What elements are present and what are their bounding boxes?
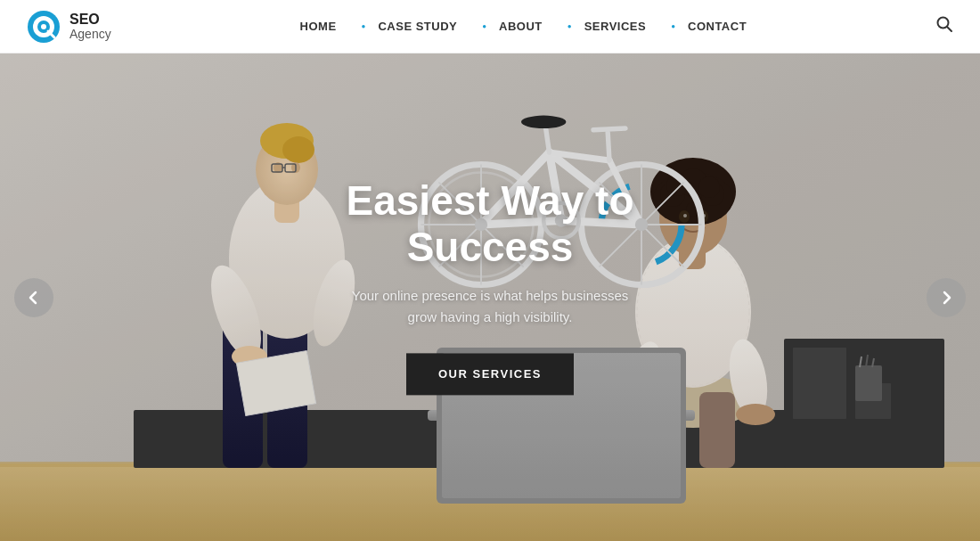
nav-item-case-study[interactable]: CASE STUDY bbox=[365, 20, 470, 33]
logo[interactable]: SEO Agency bbox=[27, 10, 111, 44]
svg-line-6 bbox=[947, 27, 951, 31]
cta-button[interactable]: OUR SERVICES bbox=[406, 354, 574, 396]
chevron-right-icon bbox=[939, 291, 953, 305]
logo-brand-top: SEO bbox=[69, 12, 111, 28]
search-icon[interactable] bbox=[935, 15, 953, 37]
hero-prev-button[interactable] bbox=[14, 278, 53, 317]
nav-item-contact[interactable]: CONTACT bbox=[675, 20, 759, 33]
hero-content: Easiest Way to Success Your online prese… bbox=[303, 177, 677, 396]
chevron-left-icon bbox=[27, 291, 41, 305]
logo-icon bbox=[27, 10, 61, 44]
hero-next-button[interactable] bbox=[927, 278, 966, 317]
logo-brand-bottom: Agency bbox=[69, 28, 111, 41]
nav-item-services[interactable]: SERVICES bbox=[572, 20, 659, 33]
nav-item-home[interactable]: HOME bbox=[288, 20, 349, 33]
hero-title: Easiest Way to Success bbox=[303, 177, 677, 272]
hero-subtitle: Your online presence is what helps busin… bbox=[303, 286, 677, 329]
nav-item-about[interactable]: ABOUT bbox=[486, 20, 555, 33]
logo-text: SEO Agency bbox=[69, 12, 111, 41]
site-header: SEO Agency HOME ● CASE STUDY ● ABOUT ● S… bbox=[0, 0, 980, 53]
svg-point-3 bbox=[41, 24, 46, 29]
hero-section: Easiest Way to Success Your online prese… bbox=[0, 53, 980, 541]
main-nav: HOME ● CASE STUDY ● ABOUT ● SERVICES ● C… bbox=[288, 20, 760, 33]
